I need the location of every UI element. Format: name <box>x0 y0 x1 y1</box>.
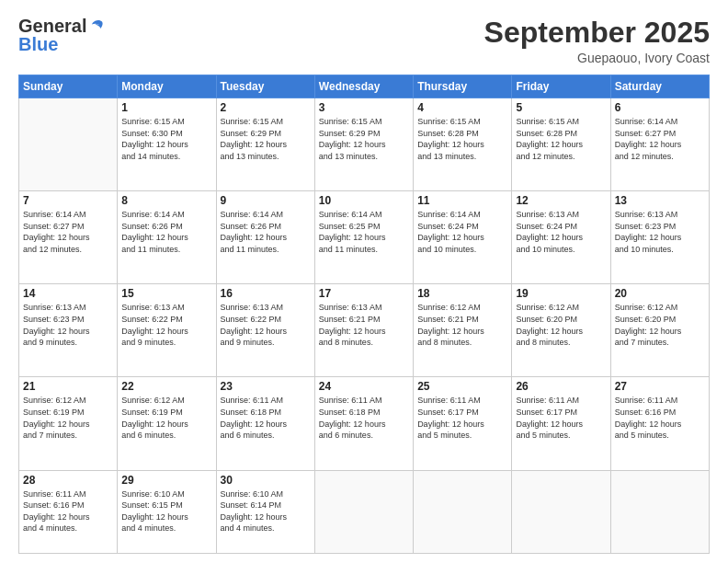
table-row: 5Sunrise: 6:15 AM Sunset: 6:28 PM Daylig… <box>512 98 610 191</box>
day-info: Sunrise: 6:14 AM Sunset: 6:27 PM Dayligh… <box>615 116 705 162</box>
day-info: Sunrise: 6:15 AM Sunset: 6:29 PM Dayligh… <box>221 116 311 162</box>
day-info: Sunrise: 6:14 AM Sunset: 6:26 PM Dayligh… <box>221 209 311 255</box>
table-row: 1Sunrise: 6:15 AM Sunset: 6:30 PM Daylig… <box>118 98 216 191</box>
day-number: 6 <box>615 101 705 114</box>
day-info: Sunrise: 6:13 AM Sunset: 6:21 PM Dayligh… <box>319 302 409 348</box>
day-info: Sunrise: 6:12 AM Sunset: 6:19 PM Dayligh… <box>23 395 113 441</box>
day-info: Sunrise: 6:15 AM Sunset: 6:28 PM Dayligh… <box>417 116 507 162</box>
calendar-table: Sunday Monday Tuesday Wednesday Thursday… <box>18 75 710 554</box>
table-row: 18Sunrise: 6:12 AM Sunset: 6:21 PM Dayli… <box>414 284 512 377</box>
table-row: 16Sunrise: 6:13 AM Sunset: 6:22 PM Dayli… <box>216 284 314 377</box>
header-thursday: Thursday <box>414 75 512 98</box>
day-info: Sunrise: 6:11 AM Sunset: 6:16 PM Dayligh… <box>615 395 705 441</box>
day-info: Sunrise: 6:12 AM Sunset: 6:20 PM Dayligh… <box>516 302 606 348</box>
day-number: 8 <box>121 194 211 207</box>
day-number: 12 <box>516 194 606 207</box>
table-row: 9Sunrise: 6:14 AM Sunset: 6:26 PM Daylig… <box>216 191 314 284</box>
header-saturday: Saturday <box>610 75 709 98</box>
day-number: 15 <box>121 287 211 300</box>
table-row <box>414 470 512 554</box>
day-number: 27 <box>615 380 705 393</box>
table-row <box>610 470 709 554</box>
month-title: September 2025 <box>484 17 710 49</box>
table-row: 24Sunrise: 6:11 AM Sunset: 6:18 PM Dayli… <box>314 377 413 470</box>
table-row <box>19 98 118 191</box>
day-info: Sunrise: 6:12 AM Sunset: 6:19 PM Dayligh… <box>121 395 211 441</box>
header-friday: Friday <box>512 75 610 98</box>
table-row: 22Sunrise: 6:12 AM Sunset: 6:19 PM Dayli… <box>118 377 216 470</box>
day-number: 4 <box>417 101 507 114</box>
day-number: 21 <box>23 380 113 393</box>
day-number: 14 <box>23 287 113 300</box>
table-row: 7Sunrise: 6:14 AM Sunset: 6:27 PM Daylig… <box>19 191 118 284</box>
table-row: 4Sunrise: 6:15 AM Sunset: 6:28 PM Daylig… <box>414 98 512 191</box>
table-row: 25Sunrise: 6:11 AM Sunset: 6:17 PM Dayli… <box>414 377 512 470</box>
day-info: Sunrise: 6:13 AM Sunset: 6:22 PM Dayligh… <box>221 302 311 348</box>
table-row: 15Sunrise: 6:13 AM Sunset: 6:22 PM Dayli… <box>118 284 216 377</box>
day-number: 5 <box>516 101 606 114</box>
day-info: Sunrise: 6:14 AM Sunset: 6:24 PM Dayligh… <box>417 209 507 255</box>
day-number: 30 <box>221 474 311 487</box>
header: General Blue September 2025 Guepaouo, Iv… <box>18 17 710 65</box>
table-row: 10Sunrise: 6:14 AM Sunset: 6:25 PM Dayli… <box>314 191 413 284</box>
day-info: Sunrise: 6:15 AM Sunset: 6:28 PM Dayligh… <box>516 116 606 162</box>
page: General Blue September 2025 Guepaouo, Iv… <box>0 0 728 563</box>
week-row-4: 28Sunrise: 6:11 AM Sunset: 6:16 PM Dayli… <box>19 470 710 554</box>
day-info: Sunrise: 6:13 AM Sunset: 6:23 PM Dayligh… <box>23 302 113 348</box>
week-row-2: 14Sunrise: 6:13 AM Sunset: 6:23 PM Dayli… <box>19 284 710 377</box>
day-number: 11 <box>417 194 507 207</box>
day-number: 25 <box>417 380 507 393</box>
table-row: 12Sunrise: 6:13 AM Sunset: 6:24 PM Dayli… <box>512 191 610 284</box>
day-number: 13 <box>615 194 705 207</box>
day-info: Sunrise: 6:10 AM Sunset: 6:15 PM Dayligh… <box>121 488 211 534</box>
week-row-1: 7Sunrise: 6:14 AM Sunset: 6:27 PM Daylig… <box>19 191 710 284</box>
day-info: Sunrise: 6:13 AM Sunset: 6:23 PM Dayligh… <box>615 209 705 255</box>
title-block: September 2025 Guepaouo, Ivory Coast <box>484 17 710 65</box>
weekday-header-row: Sunday Monday Tuesday Wednesday Thursday… <box>19 75 710 98</box>
table-row: 20Sunrise: 6:12 AM Sunset: 6:20 PM Dayli… <box>610 284 709 377</box>
table-row <box>512 470 610 554</box>
day-number: 10 <box>319 194 409 207</box>
day-number: 26 <box>516 380 606 393</box>
day-info: Sunrise: 6:10 AM Sunset: 6:14 PM Dayligh… <box>221 488 311 534</box>
logo: General Blue <box>18 17 105 53</box>
day-info: Sunrise: 6:13 AM Sunset: 6:24 PM Dayligh… <box>516 209 606 255</box>
week-row-0: 1Sunrise: 6:15 AM Sunset: 6:30 PM Daylig… <box>19 98 710 191</box>
header-tuesday: Tuesday <box>216 75 314 98</box>
day-info: Sunrise: 6:14 AM Sunset: 6:25 PM Dayligh… <box>319 209 409 255</box>
table-row <box>314 470 413 554</box>
table-row: 14Sunrise: 6:13 AM Sunset: 6:23 PM Dayli… <box>19 284 118 377</box>
day-number: 19 <box>516 287 606 300</box>
table-row: 28Sunrise: 6:11 AM Sunset: 6:16 PM Dayli… <box>19 470 118 554</box>
table-row: 8Sunrise: 6:14 AM Sunset: 6:26 PM Daylig… <box>118 191 216 284</box>
logo-general-text: General <box>18 17 86 35</box>
table-row: 19Sunrise: 6:12 AM Sunset: 6:20 PM Dayli… <box>512 284 610 377</box>
day-number: 16 <box>221 287 311 300</box>
day-number: 18 <box>417 287 507 300</box>
table-row: 2Sunrise: 6:15 AM Sunset: 6:29 PM Daylig… <box>216 98 314 191</box>
day-info: Sunrise: 6:11 AM Sunset: 6:18 PM Dayligh… <box>319 395 409 441</box>
header-monday: Monday <box>118 75 216 98</box>
day-number: 2 <box>221 101 311 114</box>
header-wednesday: Wednesday <box>314 75 413 98</box>
day-info: Sunrise: 6:13 AM Sunset: 6:22 PM Dayligh… <box>121 302 211 348</box>
day-number: 17 <box>319 287 409 300</box>
day-number: 28 <box>23 474 113 487</box>
day-info: Sunrise: 6:14 AM Sunset: 6:26 PM Dayligh… <box>121 209 211 255</box>
table-row: 29Sunrise: 6:10 AM Sunset: 6:15 PM Dayli… <box>118 470 216 554</box>
day-number: 24 <box>319 380 409 393</box>
table-row: 13Sunrise: 6:13 AM Sunset: 6:23 PM Dayli… <box>610 191 709 284</box>
table-row: 6Sunrise: 6:14 AM Sunset: 6:27 PM Daylig… <box>610 98 709 191</box>
day-info: Sunrise: 6:15 AM Sunset: 6:29 PM Dayligh… <box>319 116 409 162</box>
day-number: 23 <box>221 380 311 393</box>
day-number: 20 <box>615 287 705 300</box>
table-row: 27Sunrise: 6:11 AM Sunset: 6:16 PM Dayli… <box>610 377 709 470</box>
day-number: 3 <box>319 101 409 114</box>
day-number: 7 <box>23 194 113 207</box>
logo-bird-icon <box>88 17 105 34</box>
day-info: Sunrise: 6:15 AM Sunset: 6:30 PM Dayligh… <box>121 116 211 162</box>
table-row: 23Sunrise: 6:11 AM Sunset: 6:18 PM Dayli… <box>216 377 314 470</box>
day-number: 1 <box>121 101 211 114</box>
table-row: 26Sunrise: 6:11 AM Sunset: 6:17 PM Dayli… <box>512 377 610 470</box>
day-number: 29 <box>121 474 211 487</box>
